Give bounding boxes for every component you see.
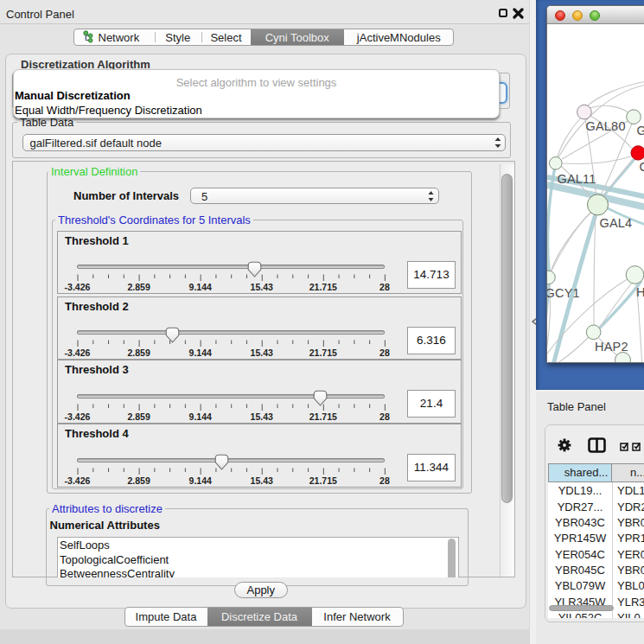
svg-text:GA: GA bbox=[637, 124, 644, 137]
svg-text:GCY1: GCY1 bbox=[547, 286, 580, 300]
svg-text:C: C bbox=[640, 160, 644, 174]
svg-text:GAL4: GAL4 bbox=[600, 216, 633, 230]
svg-text:GAL11: GAL11 bbox=[558, 172, 596, 186]
svg-text:HI: HI bbox=[636, 285, 644, 299]
svg-text:HAP2: HAP2 bbox=[595, 340, 628, 354]
svg-text:GAL80: GAL80 bbox=[586, 119, 626, 133]
